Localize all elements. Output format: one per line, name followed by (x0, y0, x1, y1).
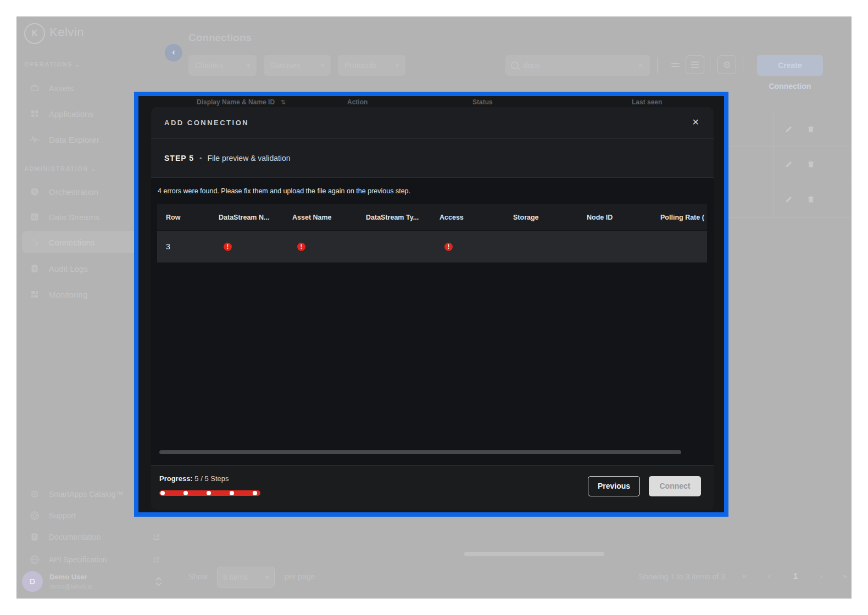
progress-bar (159, 490, 260, 496)
card-view-button[interactable] (666, 55, 685, 74)
filter-protocols[interactable]: Protocols ▾ (338, 55, 405, 76)
progress-step-dot (160, 491, 165, 495)
modal-title: ADD CONNECTION (164, 119, 249, 127)
edit-icon[interactable] (784, 160, 793, 169)
kelvin-logo-icon: K (24, 23, 45, 44)
search-input[interactable]: docs ✕ (505, 55, 650, 76)
orchestration-icon (30, 187, 40, 197)
pagination-prev-button[interactable]: ‹ (763, 571, 775, 580)
page-title: Connections (188, 32, 252, 44)
filter-clusters[interactable]: Clusters ▾ (188, 55, 257, 76)
avatar[interactable]: D (22, 571, 43, 592)
table-row (728, 147, 852, 182)
edit-icon[interactable] (784, 195, 793, 204)
row-number-cell: 3 (157, 231, 210, 262)
table-settings-button[interactable]: ⚙ (717, 55, 736, 74)
pagination-first-button[interactable]: « (738, 571, 750, 580)
pagination-page-1[interactable]: 1 (789, 571, 802, 580)
progress-step-dot (183, 491, 188, 495)
node-id-cell (578, 231, 652, 262)
divider (710, 57, 710, 74)
progress-step-dot (253, 491, 257, 495)
smartapps-catalog-icon (30, 489, 40, 499)
modal-content: 4 errors were found. Please fix them and… (151, 178, 714, 465)
documentation-icon (30, 532, 40, 542)
kelvin-logo-text: Kelvin (49, 25, 84, 40)
chevron-down-icon: ⌄ (91, 165, 97, 172)
chevron-down-icon: ▾ (265, 574, 269, 581)
show-label: Show (188, 572, 208, 581)
step-title: File preview & validation (208, 154, 291, 163)
error-icon: ! (224, 243, 232, 251)
sidebar-item-documentation[interactable]: Documentation (22, 526, 168, 548)
external-link-icon (153, 534, 160, 541)
bg-column-display-name: Display Name & Name ID ⇅ (197, 97, 286, 107)
step-bar: STEP 5 • File preview & validation (151, 139, 714, 178)
error-icon: ! (444, 243, 453, 251)
modal-header: ADD CONNECTION ✕ (151, 107, 714, 139)
per-page-label: per page (285, 572, 315, 581)
connections-icon (30, 237, 40, 247)
progress-step-dot (207, 491, 211, 495)
connections-table-actions (728, 112, 852, 217)
column-datastream-name: DataStream N... (210, 204, 283, 230)
close-icon[interactable]: ✕ (692, 117, 699, 127)
sort-icon: ⇅ (280, 99, 285, 105)
per-page-select[interactable]: 8 items ▾ (217, 567, 275, 588)
sidebar-section-administration[interactable]: ADMINISTRATION ⌄ (24, 165, 97, 172)
search-clear-icon[interactable]: ✕ (638, 62, 644, 70)
edit-icon[interactable] (784, 125, 793, 133)
table-row (728, 182, 852, 217)
connect-button[interactable]: Connect (649, 476, 701, 496)
user-menu-toggle-icon[interactable] (155, 575, 163, 588)
previous-button[interactable]: Previous (588, 476, 640, 496)
audit-logs-icon (30, 264, 40, 273)
data-streams-icon (30, 212, 40, 222)
applications-icon (30, 109, 40, 119)
divider (743, 57, 743, 74)
filter-statuses[interactable]: Statuses ▾ (264, 55, 331, 76)
delete-icon[interactable] (806, 195, 815, 204)
gear-icon: ⚙ (722, 59, 731, 71)
search-value: docs (524, 61, 540, 70)
step-separator: • (199, 154, 202, 163)
api-specification-icon (30, 555, 40, 564)
column-asset-name: Asset Name (283, 204, 357, 230)
modal-footer: Progress: 5 / 5 Steps Previous Connect (151, 465, 714, 510)
column-access: Access (431, 204, 504, 230)
storage-cell (504, 231, 578, 262)
datastream-name-cell: ! (210, 231, 283, 262)
column-polling-rate: Polling Rate ( (652, 204, 707, 230)
user-email: demo@kelvin.ai (49, 583, 92, 590)
sidebar-section-operations[interactable]: OPERATIONS ⌄ (24, 61, 81, 68)
external-link-icon (153, 556, 160, 563)
data-explorer-icon (30, 135, 40, 144)
create-connection-button[interactable]: Create Connection (757, 55, 823, 76)
preview-table-header: Row DataStream N... Asset Name DataStrea… (157, 204, 707, 231)
chevron-down-icon: ⌄ (75, 61, 81, 68)
list-view-button[interactable] (686, 55, 704, 74)
chevron-down-icon: ▾ (396, 62, 399, 69)
highlight-region: Display Name & Name ID ⇅ Action Status L… (134, 92, 728, 517)
delete-icon[interactable] (806, 125, 815, 133)
pagination-summary: Showing 1 to 3 items of 3 (632, 572, 725, 581)
bg-column-action: Action (347, 97, 368, 107)
column-storage: Storage (504, 204, 578, 230)
chevron-down-icon: ▾ (247, 62, 250, 69)
pagination-next-button[interactable]: › (815, 571, 827, 580)
step-label: STEP 5 (164, 154, 194, 163)
sidebar-item-api-specification[interactable]: API Specification (22, 549, 168, 571)
pagination-last-button[interactable]: » (839, 571, 851, 580)
horizontal-scrollbar[interactable] (464, 552, 604, 556)
divider (657, 57, 658, 74)
error-icon: ! (297, 243, 305, 251)
add-connection-modal: ADD CONNECTION ✕ STEP 5 • File preview &… (151, 107, 714, 510)
column-row: Row (157, 204, 210, 230)
delete-icon[interactable] (806, 160, 815, 169)
error-message: 4 errors were found. Please fix them and… (158, 187, 410, 195)
sidebar-collapse-button[interactable]: ‹ (165, 44, 182, 62)
progress-step-dot (230, 491, 234, 495)
horizontal-scrollbar[interactable] (159, 450, 681, 454)
progress-label: Progress: 5 / 5 Steps (159, 474, 229, 483)
preview-table: Row DataStream N... Asset Name DataStrea… (157, 204, 707, 262)
